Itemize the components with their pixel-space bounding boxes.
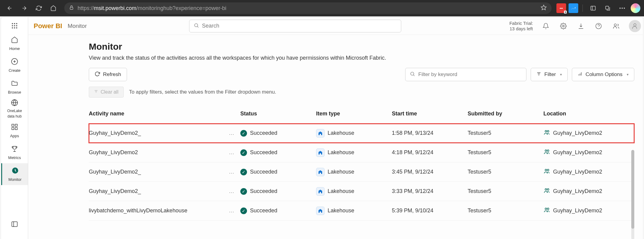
submitted-by-text: Testuser5 bbox=[468, 207, 491, 214]
status-text: Succeeded bbox=[250, 169, 277, 175]
col-submitted-by[interactable]: Submitted by bbox=[468, 111, 543, 117]
panel-icon bbox=[11, 221, 18, 230]
svg-rect-26 bbox=[12, 222, 17, 227]
table-row[interactable]: Guyhay_LivyDemo2_ … ✓ Succeeded Lakehous… bbox=[89, 182, 634, 201]
clear-all-label: Clear all bbox=[101, 89, 118, 95]
filter-button[interactable]: Filter ▾ bbox=[531, 68, 568, 81]
home-button[interactable] bbox=[47, 2, 59, 14]
back-button[interactable] bbox=[4, 2, 16, 14]
refresh-icon bbox=[95, 71, 100, 78]
lakehouse-icon bbox=[316, 187, 325, 196]
start-time-text: 5:39 PM, 9/10/24 bbox=[392, 207, 433, 214]
search-input[interactable] bbox=[202, 23, 397, 29]
reload-button[interactable] bbox=[33, 2, 45, 14]
column-options-button[interactable]: Column Options ▾ bbox=[572, 68, 634, 81]
page-description: View and track the status of the activit… bbox=[89, 55, 634, 61]
col-activity[interactable]: Activity name bbox=[89, 111, 240, 117]
people-icon[interactable] bbox=[611, 21, 621, 31]
user-avatar[interactable] bbox=[629, 20, 641, 32]
nav-create[interactable]: Create bbox=[1, 54, 28, 76]
lakehouse-icon bbox=[316, 129, 325, 138]
svg-rect-2 bbox=[591, 6, 596, 10]
url-prefix: https:// bbox=[78, 5, 94, 12]
table-row[interactable]: Guyhay_LivyDemo2_ … ✓ Succeeded Lakehous… bbox=[89, 162, 634, 182]
nav-browse[interactable]: Browse bbox=[1, 76, 28, 98]
workspace-icon bbox=[543, 168, 550, 176]
location-text: Guyhay_LivyDemo2 bbox=[553, 169, 602, 175]
lakehouse-icon bbox=[316, 207, 325, 215]
row-more-icon[interactable]: … bbox=[226, 188, 237, 194]
filter-input[interactable] bbox=[418, 71, 522, 78]
trophy-icon bbox=[11, 145, 18, 154]
globe-icon bbox=[11, 99, 18, 108]
svg-point-34 bbox=[411, 72, 414, 75]
start-time-text: 3:45 PM, 9/12/24 bbox=[392, 169, 433, 175]
table-row[interactable]: Guyhay_LivyDemo2_ … ✓ Succeeded Lakehous… bbox=[89, 124, 634, 143]
refresh-button[interactable]: Refresh bbox=[89, 68, 127, 81]
col-item-type[interactable]: Item type bbox=[316, 111, 392, 117]
status-text: Succeeded bbox=[250, 207, 277, 214]
row-more-icon[interactable]: … bbox=[226, 130, 237, 136]
col-start-time[interactable]: Start time bbox=[392, 111, 468, 117]
status-success-icon: ✓ bbox=[240, 169, 247, 175]
nav-apps[interactable]: Apps bbox=[1, 120, 28, 141]
svg-point-28 bbox=[195, 24, 198, 27]
nav-home[interactable]: Home bbox=[1, 32, 28, 54]
plus-circle-icon bbox=[11, 58, 18, 67]
workspace-icon bbox=[543, 187, 550, 195]
scrollbar[interactable] bbox=[631, 150, 634, 239]
nav-label: OneLake bbox=[7, 109, 22, 113]
row-more-icon[interactable]: … bbox=[226, 169, 237, 175]
nav-label: Apps bbox=[10, 134, 19, 138]
svg-rect-22 bbox=[15, 124, 17, 126]
download-icon[interactable] bbox=[576, 21, 586, 31]
trial-status[interactable]: Fabric Trial: 13 days left bbox=[509, 21, 533, 32]
forward-button[interactable] bbox=[18, 2, 30, 14]
svg-point-13 bbox=[16, 25, 17, 26]
app-header: Power BI Monitor Fabric Trial: 13 days l… bbox=[28, 17, 643, 35]
nav-metrics[interactable]: Metrics bbox=[1, 141, 28, 163]
help-icon[interactable] bbox=[594, 21, 603, 31]
star-icon[interactable] bbox=[541, 5, 547, 12]
nav-onelake[interactable]: OneLake data hub bbox=[1, 98, 28, 120]
submitted-by-text: Testuser5 bbox=[468, 149, 491, 156]
address-bar[interactable]: https://msit.powerbi.com/monitoringhub?e… bbox=[64, 2, 552, 14]
svg-rect-0 bbox=[70, 7, 73, 9]
nav-collapse[interactable] bbox=[1, 214, 28, 236]
extension-icon-1[interactable]: •••1 bbox=[556, 3, 566, 13]
table-row[interactable]: Guyhay_LivyDemo2 … ✓ Succeeded Lakehouse… bbox=[89, 143, 634, 162]
copilot-icon[interactable] bbox=[631, 3, 640, 13]
location-text: Guyhay_LivyDemo2 bbox=[553, 130, 602, 136]
col-status[interactable]: Status bbox=[240, 111, 316, 117]
url-path: /monitoringhub?experience=power-bi bbox=[136, 5, 226, 12]
nav-monitor[interactable]: Monitor bbox=[1, 163, 28, 185]
toolbar: Refresh Filter ▾ Column Options ▾ bbox=[89, 68, 634, 81]
chevron-down-icon: ▾ bbox=[627, 72, 629, 77]
brand-label[interactable]: Power BI bbox=[34, 22, 62, 30]
svg-point-6 bbox=[622, 8, 623, 9]
row-more-icon[interactable]: … bbox=[226, 207, 237, 214]
svg-rect-23 bbox=[12, 128, 14, 130]
submitted-by-text: Testuser5 bbox=[468, 130, 491, 136]
left-nav-rail: Home Create Browse OneLake data hub Apps… bbox=[1, 17, 28, 239]
monitor-icon bbox=[12, 167, 19, 176]
extension-icon-2[interactable] bbox=[569, 3, 578, 13]
more-icon[interactable] bbox=[616, 2, 628, 14]
collections-icon[interactable] bbox=[602, 2, 614, 14]
global-search[interactable] bbox=[189, 20, 401, 32]
filter-icon bbox=[536, 71, 541, 78]
settings-icon[interactable] bbox=[559, 21, 568, 31]
item-type-text: Lakehouse bbox=[328, 207, 354, 214]
search-icon bbox=[194, 23, 199, 29]
notifications-icon[interactable] bbox=[541, 21, 551, 31]
svg-point-31 bbox=[596, 23, 601, 28]
submitted-by-text: Testuser5 bbox=[468, 188, 491, 194]
app-launcher-icon[interactable] bbox=[8, 19, 21, 32]
row-more-icon[interactable]: … bbox=[226, 149, 237, 156]
filter-keyword[interactable] bbox=[405, 68, 526, 81]
sidebar-icon[interactable] bbox=[587, 2, 599, 14]
col-location[interactable]: Location bbox=[543, 111, 634, 117]
activity-name: Guyhay_LivyDemo2_ bbox=[89, 188, 141, 194]
table-row[interactable]: livybatchdemo_withLivyDemoLakehouse … ✓ … bbox=[89, 201, 634, 221]
scrollbar-thumb[interactable] bbox=[631, 150, 634, 229]
